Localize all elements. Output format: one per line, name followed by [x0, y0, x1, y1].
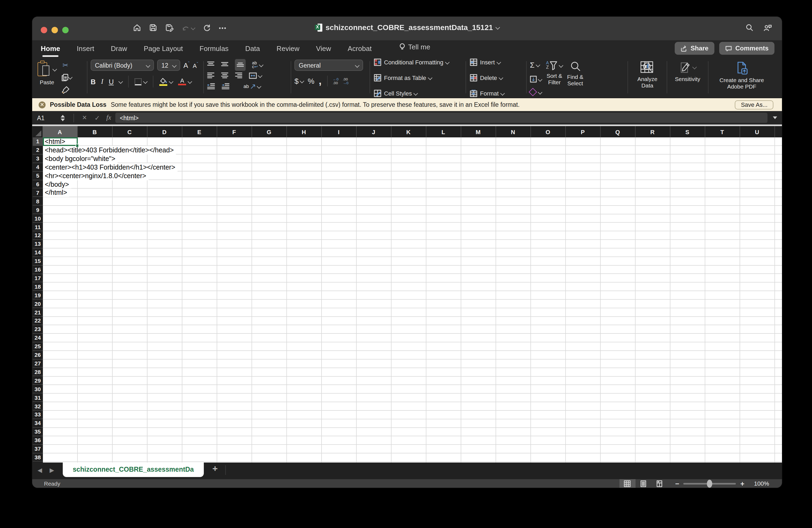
format-as-table-button[interactable]: Format as Table	[373, 73, 462, 82]
column-header-partial[interactable]	[775, 126, 782, 137]
next-sheet-icon[interactable]: ▶	[49, 467, 54, 473]
tab-view[interactable]: View	[315, 42, 332, 55]
row-header-32[interactable]: 32	[33, 402, 43, 411]
column-header-M[interactable]: M	[461, 126, 496, 137]
cell-text-A5[interactable]: <hr><center>nginx/1.8.0</center>	[43, 171, 148, 180]
tab-draw[interactable]: Draw	[110, 42, 128, 55]
row-header-20[interactable]: 20	[33, 299, 43, 308]
insert-function-icon[interactable]: fx	[106, 114, 111, 122]
comments-button[interactable]: Comments	[719, 42, 774, 55]
page-layout-view-button[interactable]	[636, 479, 652, 488]
column-header-B[interactable]: B	[77, 126, 112, 137]
row-header-14[interactable]: 14	[33, 248, 43, 257]
format-cells-button[interactable]: Format	[469, 89, 523, 98]
cell-text-A2[interactable]: <head><title>403 Forbidden</title></head…	[43, 146, 176, 155]
analyze-data-button[interactable]: AnalyzeData	[631, 60, 664, 88]
cells-area[interactable]: </html></body><hr><center>nginx/1.8.0</c…	[43, 137, 782, 462]
share-presence-icon[interactable]	[763, 24, 772, 34]
column-header-T[interactable]: T	[705, 126, 740, 137]
row-header-31[interactable]: 31	[33, 393, 43, 402]
tab-page-layout[interactable]: Page Layout	[143, 42, 184, 55]
bold-button[interactable]: B	[91, 77, 96, 86]
row-header-15[interactable]: 15	[33, 257, 43, 265]
row-header-26[interactable]: 26	[33, 351, 43, 359]
row-header-1[interactable]: 1	[33, 137, 43, 146]
increase-indent-icon[interactable]	[221, 82, 230, 91]
cell-text-A4[interactable]: <center><h1>403 Forbidden</h1></center>	[43, 163, 177, 172]
row-header-11[interactable]: 11	[33, 223, 43, 231]
number-format-select[interactable]: General	[294, 60, 363, 71]
column-header-D[interactable]: D	[147, 126, 182, 137]
decrease-indent-icon[interactable]	[207, 82, 215, 91]
zoom-in-button[interactable]: +	[740, 480, 744, 487]
cut-icon[interactable]: ✂	[61, 61, 70, 69]
align-top-icon[interactable]	[207, 60, 215, 70]
orientation-button[interactable]: ab	[244, 84, 261, 89]
fill-button[interactable]	[530, 76, 542, 83]
row-header-16[interactable]: 16	[33, 265, 43, 274]
page-break-view-button[interactable]	[652, 479, 668, 488]
fill-handle[interactable]	[75, 144, 78, 147]
find-select-button[interactable]: Find &Select	[567, 60, 583, 95]
row-header-13[interactable]: 13	[33, 240, 43, 248]
row-header-17[interactable]: 17	[33, 274, 43, 283]
cell-text-A6[interactable]: </body>	[43, 180, 71, 189]
adobe-pdf-button[interactable]: Create and ShareAdobe PDF	[712, 60, 772, 90]
merge-center-button[interactable]	[249, 72, 262, 79]
name-box-steppers[interactable]	[61, 115, 65, 121]
row-header-28[interactable]: 28	[33, 368, 43, 376]
column-header-H[interactable]: H	[287, 126, 321, 137]
zoom-slider[interactable]	[684, 483, 736, 484]
increase-decimal-button[interactable]: ←0.00	[333, 77, 338, 85]
zoom-out-button[interactable]: −	[675, 480, 679, 487]
row-header-2[interactable]: 2	[33, 146, 43, 155]
row-header-30[interactable]: 30	[33, 385, 43, 394]
row-header-35[interactable]: 35	[33, 428, 43, 436]
select-all-corner[interactable]	[33, 126, 43, 137]
column-header-G[interactable]: G	[252, 126, 287, 137]
tab-formulas[interactable]: Formulas	[199, 42, 230, 55]
row-header-7[interactable]: 7	[33, 189, 43, 197]
formula-input[interactable]: <html>	[116, 113, 768, 123]
format-painter-icon[interactable]	[61, 85, 70, 94]
row-header-22[interactable]: 22	[33, 317, 43, 325]
decrease-font-icon[interactable]: Aˇ	[193, 61, 198, 69]
prev-sheet-icon[interactable]: ◀	[38, 467, 42, 473]
warning-close-icon[interactable]: ✕	[39, 101, 46, 108]
formula-bar-expand-icon[interactable]	[773, 116, 777, 119]
underline-chevron[interactable]	[118, 80, 123, 84]
title-chevron-icon[interactable]	[496, 25, 500, 30]
row-header-8[interactable]: 8	[33, 197, 43, 206]
sheet-tab[interactable]: schizconnect_COBRE_assessmentDa	[63, 462, 204, 477]
row-header-33[interactable]: 33	[33, 411, 43, 419]
delete-cells-button[interactable]: Delete	[469, 73, 523, 82]
row-header-23[interactable]: 23	[33, 325, 43, 334]
zoom-slider-thumb[interactable]	[707, 480, 712, 487]
italic-button[interactable]: I	[101, 77, 103, 86]
tab-insert[interactable]: Insert	[76, 42, 95, 55]
column-header-R[interactable]: R	[635, 126, 670, 137]
sort-filter-button[interactable]: AZ Sort &Filter	[546, 60, 563, 95]
tab-review[interactable]: Review	[275, 42, 300, 55]
insert-cells-button[interactable]: Insert	[469, 58, 523, 67]
decrease-decimal-button[interactable]: .00→0	[343, 77, 348, 85]
add-sheet-button[interactable]: +	[213, 463, 218, 474]
autosum-button[interactable]: Σ	[530, 61, 542, 69]
column-header-I[interactable]: I	[321, 126, 357, 137]
save-as-button[interactable]: Save As...	[735, 100, 773, 109]
row-header-6[interactable]: 6	[33, 180, 43, 189]
cell-styles-button[interactable]: Cell Styles	[373, 89, 462, 98]
tab-home[interactable]: Home	[40, 42, 61, 55]
enter-icon[interactable]: ✓	[95, 114, 100, 122]
tell-me[interactable]: Tell me	[399, 43, 430, 51]
font-size-select[interactable]: 12	[157, 60, 180, 71]
row-header-24[interactable]: 24	[33, 334, 43, 342]
column-header-J[interactable]: J	[357, 126, 391, 137]
cell-text-A7[interactable]: </html>	[43, 189, 69, 197]
align-right-icon[interactable]	[235, 71, 243, 81]
tab-acrobat[interactable]: Acrobat	[347, 42, 373, 55]
conditional-formatting-button[interactable]: Conditional Formatting	[373, 58, 462, 67]
align-middle-icon[interactable]	[221, 60, 229, 70]
clear-button[interactable]	[530, 89, 542, 95]
normal-view-button[interactable]	[620, 479, 636, 488]
